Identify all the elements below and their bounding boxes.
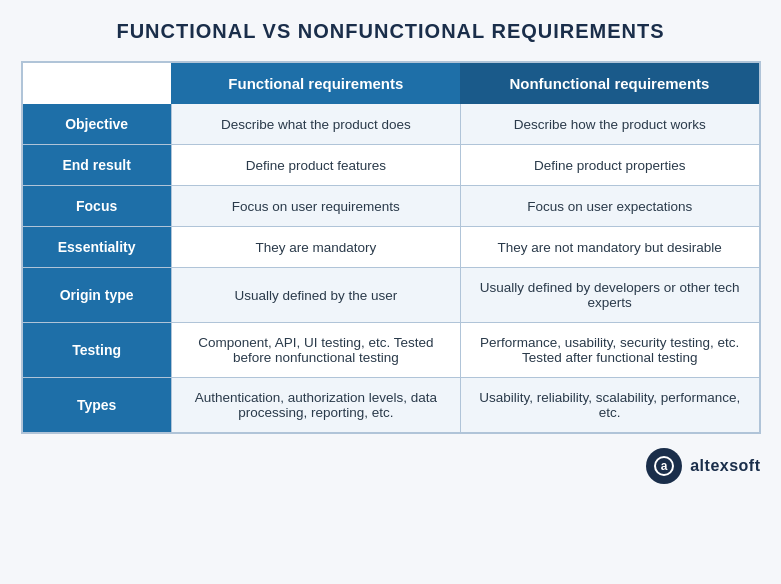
- table-row: FocusFocus on user requirementsFocus on …: [22, 186, 760, 227]
- header-nonfunctional: Nonfunctional requirements: [460, 62, 759, 104]
- nonfunctional-cell: Usually defined by developers or other t…: [460, 268, 759, 323]
- row-label: Essentiality: [22, 227, 172, 268]
- functional-cell: Usually defined by the user: [171, 268, 460, 323]
- functional-cell: Component, API, UI testing, etc. Tested …: [171, 323, 460, 378]
- header-functional: Functional requirements: [171, 62, 460, 104]
- nonfunctional-cell: Performance, usability, security testing…: [460, 323, 759, 378]
- svg-text:a: a: [661, 459, 668, 473]
- table-row: TypesAuthentication, authorization level…: [22, 378, 760, 434]
- functional-cell: Authentication, authorization levels, da…: [171, 378, 460, 434]
- branding-section: a altexsoft: [21, 448, 761, 484]
- table-row: End resultDefine product featuresDefine …: [22, 145, 760, 186]
- nonfunctional-cell: They are not mandatory but desirable: [460, 227, 759, 268]
- header-empty: [22, 62, 172, 104]
- page-title: FUNCTIONAL vs NONFUNCTIONAL REQUIREMENTS: [116, 20, 664, 43]
- row-label: Focus: [22, 186, 172, 227]
- row-label: End result: [22, 145, 172, 186]
- table-row: TestingComponent, API, UI testing, etc. …: [22, 323, 760, 378]
- row-label: Testing: [22, 323, 172, 378]
- row-label: Origin type: [22, 268, 172, 323]
- functional-cell: Describe what the product does: [171, 104, 460, 145]
- nonfunctional-cell: Usability, reliability, scalability, per…: [460, 378, 759, 434]
- brand-name: altexsoft: [690, 457, 760, 475]
- functional-cell: They are mandatory: [171, 227, 460, 268]
- nonfunctional-cell: Define product properties: [460, 145, 759, 186]
- table-row: EssentialityThey are mandatoryThey are n…: [22, 227, 760, 268]
- nonfunctional-cell: Focus on user expectations: [460, 186, 759, 227]
- table-row: ObjectiveDescribe what the product doesD…: [22, 104, 760, 145]
- page-wrapper: FUNCTIONAL vs NONFUNCTIONAL REQUIREMENTS…: [0, 0, 781, 584]
- row-label: Types: [22, 378, 172, 434]
- row-label: Objective: [22, 104, 172, 145]
- nonfunctional-cell: Describe how the product works: [460, 104, 759, 145]
- table-row: Origin typeUsually defined by the userUs…: [22, 268, 760, 323]
- functional-cell: Define product features: [171, 145, 460, 186]
- brand-logo: a: [646, 448, 682, 484]
- comparison-table: Functional requirements Nonfunctional re…: [21, 61, 761, 434]
- functional-cell: Focus on user requirements: [171, 186, 460, 227]
